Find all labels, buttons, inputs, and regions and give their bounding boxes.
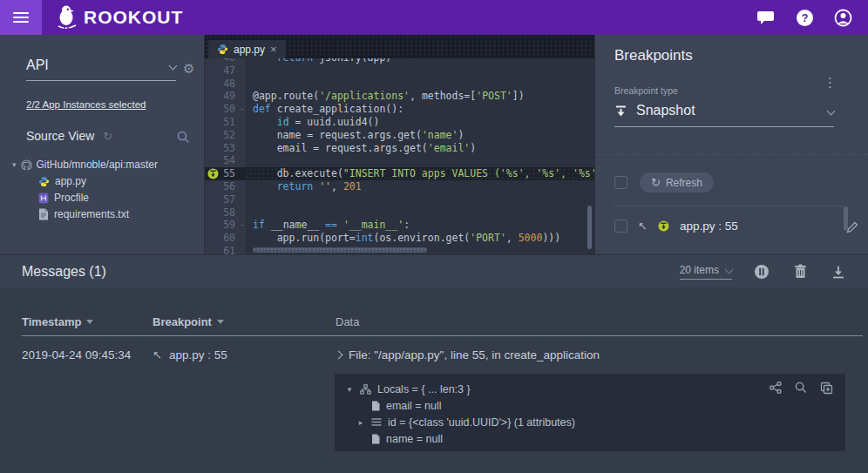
code-text <box>247 154 253 167</box>
share-icon[interactable] <box>770 382 782 395</box>
pause-icon[interactable] <box>753 263 770 280</box>
expander-right-icon[interactable]: ▸ <box>356 418 365 427</box>
file-icon <box>371 434 380 444</box>
arrow-up-left-icon: ↖ <box>153 348 162 362</box>
gutter-line-48[interactable]: 48 <box>205 78 247 91</box>
refresh-icon[interactable]: ↻ <box>103 130 112 143</box>
locals-item[interactable]: ▾Locals = { ... len:3 } <box>345 381 835 397</box>
code-text: return jsonify(app) <box>247 58 391 64</box>
copy-plus-icon[interactable] <box>820 382 833 395</box>
column-breakpoint[interactable]: Breakpoint <box>153 315 224 328</box>
account-icon[interactable] <box>833 8 852 27</box>
gutter-line-58[interactable]: 58 <box>205 206 247 220</box>
breakpoint-checkbox[interactable] <box>614 220 627 233</box>
code-text: def create_application(): <box>247 103 403 116</box>
snapshot-breakpoint-icon <box>658 220 669 232</box>
gutter-line-54[interactable]: 54 <box>205 154 247 167</box>
locals-inspector: ▾Locals = { ... len:3 }email = null▸id =… <box>335 374 845 451</box>
trash-icon[interactable] <box>791 263 809 280</box>
tree-file-Procfile[interactable]: Procfile <box>38 192 200 204</box>
messages-header: Messages (1) 20 items <box>0 254 868 287</box>
column-data[interactable]: Data <box>336 315 359 328</box>
expander-down-icon[interactable]: ▾ <box>345 385 354 394</box>
code-line-56[interactable]: 56 return '', 201 <box>205 180 594 193</box>
source-tree: ▾ GitHub/mnoble/api:master app.pyProcfil… <box>12 159 200 220</box>
gutter-line-60[interactable]: 60 <box>205 232 247 245</box>
frame-file-line: File: "/app/app.py", line 55, in create_… <box>349 348 600 362</box>
expander-chevron-icon[interactable] <box>335 351 343 360</box>
messages-body: Timestamp Breakpoint Data 2019-04-24 09:… <box>0 287 868 473</box>
tree-repo-node[interactable]: ▾ GitHub/mnoble/api:master <box>12 159 200 171</box>
divider <box>595 154 868 155</box>
edit-pencil-icon[interactable] <box>846 221 858 233</box>
code-line-57[interactable]: 57 <box>205 193 594 206</box>
close-icon[interactable]: × <box>270 43 277 56</box>
app-instances-link[interactable]: 2/2 App Instances selected <box>26 99 146 110</box>
code-text: app.run(port=int(os.environ.get('PORT', … <box>247 232 560 245</box>
gutter-line-50[interactable]: 50- <box>205 103 247 116</box>
tree-file-label: Procfile <box>54 192 89 204</box>
code-line-55[interactable]: 55 db.execute("INSERT INTO apps VALUES (… <box>205 167 594 180</box>
code-line-47[interactable]: 47 <box>205 64 594 78</box>
page-size-select[interactable]: 20 items <box>680 264 732 280</box>
refresh-button[interactable]: ↻ Refresh <box>640 172 714 193</box>
code-line-50[interactable]: 50-def create_application(): <box>205 103 594 116</box>
tree-file-requirements.txt[interactable]: requirements.txt <box>38 208 200 220</box>
gear-icon[interactable]: ⚙ <box>183 61 194 77</box>
locals-item-label: name = null <box>386 433 443 445</box>
locals-item[interactable]: email = null <box>356 397 835 414</box>
hamburger-icon <box>13 10 29 25</box>
gutter-line-52[interactable]: 52 <box>205 129 247 142</box>
chat-icon[interactable] <box>756 8 776 27</box>
locals-item-label: id = {<class 'uuid.UUID'>} (1 attributes… <box>388 416 575 429</box>
code-line-58[interactable]: 58 <box>205 206 594 220</box>
code-line-59[interactable]: 59-if __name__ == '__main__': <box>205 219 594 232</box>
gutter-line-51[interactable]: 51 <box>205 116 247 129</box>
snapshot-breakpoint-icon <box>207 168 219 179</box>
gutter-line-57[interactable]: 57 <box>205 193 247 206</box>
download-icon[interactable] <box>830 263 847 280</box>
locals-item[interactable]: ▸id = {<class 'uuid.UUID'>} (1 attribute… <box>356 414 835 430</box>
kebab-menu-icon[interactable]: ⋮ <box>824 80 837 85</box>
snapshot-icon <box>614 105 627 118</box>
code-line-49[interactable]: 49@app.route('/applications', methods=['… <box>205 90 594 103</box>
editor-horizontal-scrollbar[interactable] <box>253 247 427 253</box>
breakpoint-row[interactable]: ↖ app.py : 55 <box>614 220 850 233</box>
code-line-51[interactable]: 51 id = uuid.uuid4() <box>205 116 594 129</box>
code-text: db.execute("INSERT INTO apps VALUES ('%s… <box>247 167 594 180</box>
column-timestamp[interactable]: Timestamp <box>22 315 93 328</box>
code-line-54[interactable]: 54 <box>205 154 594 167</box>
gutter-line-59[interactable]: 59- <box>205 219 247 232</box>
messages-title: Messages (1) <box>22 264 106 280</box>
editor-vertical-scrollbar[interactable] <box>587 206 592 249</box>
breakpoint-type-select[interactable]: Snapshot <box>614 103 834 127</box>
search-icon[interactable] <box>795 382 807 395</box>
locals-item[interactable]: name = null <box>356 430 835 447</box>
data-cell[interactable]: File: "/app/app.py", line 55, in create_… <box>336 348 600 362</box>
help-icon[interactable]: ? <box>795 8 814 27</box>
app-select[interactable]: API <box>26 57 176 81</box>
chevron-down-icon: ▾ <box>12 160 17 169</box>
code-line-52[interactable]: 52 name = request.args.get('name') <box>205 129 594 142</box>
breakpoints-scrollbar[interactable] <box>844 206 848 231</box>
tab-app-py[interactable]: app.py × <box>208 40 286 58</box>
gutter-line-47[interactable]: 47 <box>205 64 247 78</box>
code-line-48[interactable]: 48 <box>205 78 594 91</box>
code-line-53[interactable]: 53 email = request.args.get('email') <box>205 142 594 155</box>
search-icon[interactable] <box>177 131 190 144</box>
editor-tabbar: app.py × <box>205 35 594 58</box>
gutter-line-61[interactable]: 61 <box>205 245 247 254</box>
gutter-line-55[interactable]: 55 <box>205 167 247 180</box>
code-line-60[interactable]: 60 app.run(port=int(os.environ.get('PORT… <box>205 232 594 245</box>
tree-file-app.py[interactable]: app.py <box>38 175 200 187</box>
gutter-line-49[interactable]: 49 <box>205 90 247 103</box>
timestamp-cell: 2019-04-24 09:45:34 <box>22 348 131 362</box>
gutter-line-46[interactable]: 46 <box>205 58 247 64</box>
logo-text: ROOKOUT <box>84 7 183 28</box>
refresh-icon: ↻ <box>651 176 661 189</box>
gutter-line-56[interactable]: 56 <box>205 180 247 193</box>
hamburger-menu-button[interactable] <box>0 0 42 35</box>
gutter-line-53[interactable]: 53 <box>205 142 247 155</box>
select-all-checkbox[interactable] <box>614 176 627 189</box>
code-line-46[interactable]: 46 return jsonify(app) <box>205 58 594 64</box>
